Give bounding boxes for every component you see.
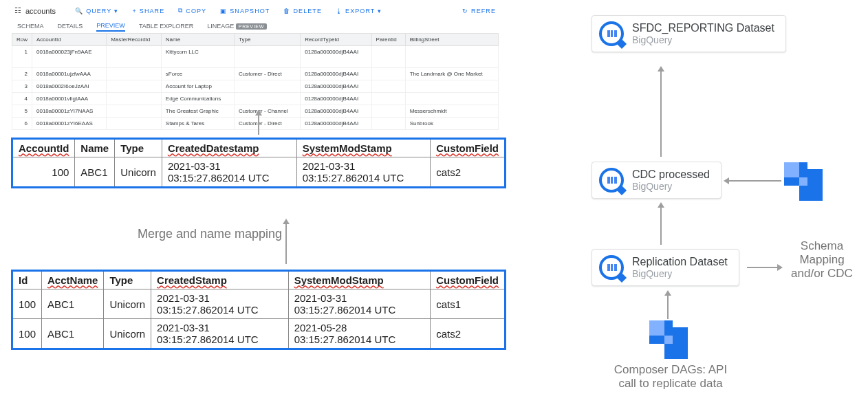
table-title: ☷ accounts: [14, 6, 56, 15]
snapshot-icon: ▣: [220, 8, 227, 14]
th-type: Type: [115, 139, 162, 157]
copy-icon: ⧉: [178, 7, 183, 14]
bq-header: ☷ accounts 🔍QUERY ▾ +SHARE ⧉COPY ▣SNAPSH…: [12, 6, 499, 18]
export-icon: ⭳: [336, 8, 343, 14]
th-type: Type: [104, 271, 151, 289]
card-title: SFDC_REPORTING Dataset: [632, 22, 774, 34]
tab-lineage[interactable]: LINEAGE PREVIEW: [207, 21, 267, 31]
mapped-table: AccountId Name Type CreatedDatestamp Sys…: [11, 138, 506, 188]
table-row: 100 ABC1 Unicorn 2021-03-31 03:15:27.862…: [12, 157, 506, 188]
share-button[interactable]: +SHARE: [132, 7, 164, 14]
card-subtitle: BigQuery: [632, 34, 774, 45]
copy-button[interactable]: ⧉COPY: [178, 7, 206, 14]
th-name: Name: [75, 139, 115, 157]
arrow-source-to-mapped: [285, 220, 287, 264]
snapshot-button[interactable]: ▣SNAPSHOT: [220, 7, 270, 14]
col-row: Row: [12, 34, 32, 46]
export-button[interactable]: ⭳EXPORT ▾: [336, 7, 382, 14]
arrow-repl-to-cdc: [660, 204, 662, 245]
card-replication-dataset: Replication Dataset BigQuery: [592, 249, 739, 286]
card-cdc-processed: CDC processed BigQuery: [592, 162, 721, 199]
tab-details[interactable]: DETAILS: [58, 21, 83, 31]
composer-icon: [649, 320, 688, 359]
search-icon: 🔍: [75, 8, 83, 14]
th-sysmod: SystemModStamp: [296, 139, 430, 157]
card-title: Replication Dataset: [632, 256, 728, 268]
delete-icon: 🗑: [283, 8, 290, 14]
tab-schema[interactable]: SCHEMA: [17, 21, 44, 31]
card-subtitle: BigQuery: [632, 268, 728, 279]
arrow-cdc-to-sfdc: [660, 67, 662, 157]
card-title: CDC processed: [632, 168, 710, 181]
bq-tabs: SCHEMA DETAILS PREVIEW TABLE EXPLORER LI…: [12, 18, 499, 33]
refresh-button[interactable]: ↻REFRE: [462, 8, 496, 14]
card-sfdc-reporting: SFDC_REPORTING Dataset BigQuery: [592, 15, 786, 52]
th-custom: CustomField: [431, 139, 506, 157]
bq-action-bar: 🔍QUERY ▾ +SHARE ⧉COPY ▣SNAPSHOT 🗑DELETE …: [75, 7, 382, 14]
source-table: Id AcctName Type CreatedStamp SystemModS…: [11, 270, 506, 350]
arrow-composer-to-repl: [667, 292, 669, 319]
col-billing: BillingStreet: [405, 34, 498, 46]
bigquery-icon: [599, 255, 624, 280]
th-acctname: AcctName: [42, 271, 104, 289]
table-row: 10018a000023jFn9AAEKittycorn LLC0128a000…: [12, 46, 499, 68]
delete-button[interactable]: 🗑DELETE: [283, 7, 322, 14]
tab-table-explorer[interactable]: TABLE EXPLORER: [139, 21, 193, 31]
table-row: 40018a00001vIlgtAAAEdge Communications01…: [12, 93, 499, 105]
bigquery-icon: [599, 21, 624, 46]
th-accountid: AccountId: [12, 139, 75, 157]
tab-preview[interactable]: PREVIEW: [96, 21, 125, 32]
table-row: 100ABC1Unicorn2021-03-31 03:15:27.862014…: [12, 289, 506, 319]
share-icon: +: [132, 8, 136, 14]
table-row: 100ABC1Unicorn2021-03-31 03:15:27.862014…: [12, 319, 506, 349]
merge-label: Merge and name mapping: [138, 227, 282, 241]
arrow-repl-to-schema: [747, 267, 781, 268]
th-id: Id: [12, 271, 42, 289]
col-type: Type: [235, 34, 301, 46]
preview-badge: PREVIEW: [236, 23, 267, 30]
composer-dags-label: Composer DAGs: API call to replicate dat…: [605, 363, 736, 391]
composer-icon: [784, 162, 823, 201]
col-name: Name: [161, 34, 234, 46]
query-button[interactable]: 🔍QUERY ▾: [75, 7, 118, 14]
schema-mapping-label: Schema Mapping and/or CDC: [784, 239, 860, 281]
table-row: 20018a00001ujzfwAAAsForceCustomer - Dire…: [12, 68, 499, 80]
table-icon: ☷: [14, 6, 21, 15]
bigquery-icon: [599, 168, 624, 193]
th-custom: CustomField: [431, 271, 506, 289]
th-created: CreatedDatestamp: [162, 139, 296, 157]
col-recordtype: RecordTypeId: [301, 34, 371, 46]
refresh-icon: ↻: [462, 8, 468, 14]
th-sysmod: SystemModStamp: [288, 271, 430, 289]
col-parent: ParentId: [371, 34, 405, 46]
th-createdstamp: CreatedStamp: [151, 271, 289, 289]
col-masterrecord: MasterRecordId: [107, 34, 161, 46]
table-row: 60018a00001zYI6EAASStamps & TaresCustome…: [12, 118, 499, 130]
arrow-composer-to-cdc: [725, 180, 781, 182]
card-subtitle: BigQuery: [632, 181, 710, 192]
table-name: accounts: [25, 7, 56, 15]
arrow-mapped-to-bq: [258, 111, 259, 135]
col-accountid: AccountId: [32, 34, 107, 46]
table-row: 30018a0002I6oeJzAAIAccount for Laptop012…: [12, 80, 499, 93]
